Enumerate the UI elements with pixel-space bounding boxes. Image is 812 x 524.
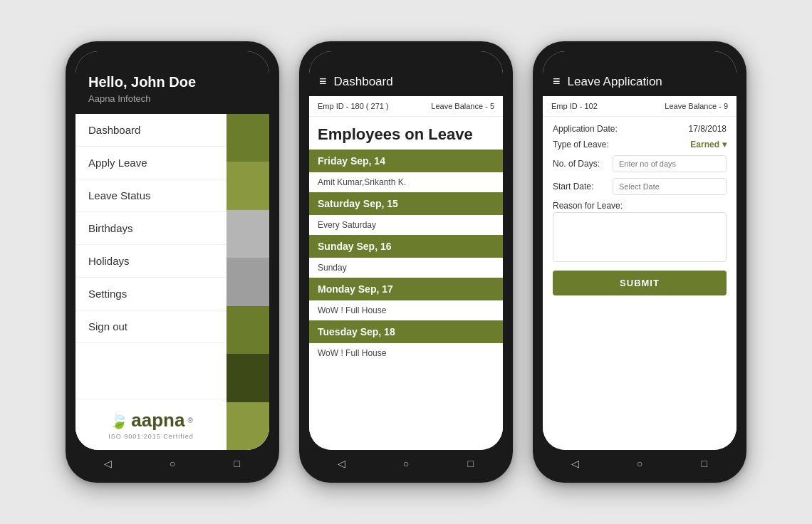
phones-container: Hello, John Doe Aapna Infotech Dashboard… <box>66 41 746 483</box>
leave-section-header-tue: Tuesday Sep, 18 <box>309 320 503 343</box>
phone-notch-2 <box>378 51 434 67</box>
emp-id-2: Emp ID - 180 ( 271 ) <box>318 102 389 110</box>
leave-section-sun: Sunday Sep, 16 Sunday <box>309 235 503 278</box>
type-of-leave-label: Type of Leave: <box>553 140 609 150</box>
leave-section-mon: Monday Sep, 17 WoW ! Full House <box>309 278 503 320</box>
phone2-subheader: Emp ID - 180 ( 271 ) Leave Balance - 5 <box>309 96 503 117</box>
phone-bottom-bar-1: ◁ ○ □ <box>76 450 269 473</box>
phone-bottom-bar-3: ◁ ○ □ <box>543 450 736 473</box>
menu-item-sign-out[interactable]: Sign out <box>76 310 227 343</box>
phone1-footer: 🍃 aapna® ISO 9001:2015 Certified <box>76 399 227 450</box>
leave-section-sat: Saturday Sep, 15 Every Saturday <box>309 192 503 235</box>
phone3-subheader: Emp ID - 102 Leave Balance - 9 <box>543 96 736 117</box>
phone-screen-2: ≡ Dashboard Emp ID - 180 ( 271 ) Leave B… <box>309 51 503 450</box>
start-date-input[interactable] <box>613 178 727 195</box>
reason-textarea[interactable] <box>553 212 727 262</box>
phone-menu: Hello, John Doe Aapna Infotech Dashboard… <box>66 41 279 483</box>
leave-section-body-tue: WoW ! Full House <box>309 343 503 363</box>
leave-application-form: Application Date: 17/8/2018 Type of Leav… <box>543 117 736 450</box>
nav-recent-2[interactable]: □ <box>463 456 479 471</box>
hamburger-icon-2[interactable]: ≡ <box>319 74 327 89</box>
sidebar-block-4 <box>227 258 269 305</box>
menu-item-apply-leave[interactable]: Apply Leave <box>76 147 227 179</box>
phone-bottom-bar-2: ◁ ○ □ <box>309 450 503 473</box>
leave-section-body-mon: WoW ! Full House <box>309 300 503 320</box>
no-of-days-row: No. of Days: <box>553 155 727 172</box>
nav-recent-1[interactable]: □ <box>229 456 245 471</box>
user-greeting: Hello, John Doe <box>88 74 256 90</box>
hamburger-icon-3[interactable]: ≡ <box>553 74 561 89</box>
aapna-iso: ISO 9001:2015 Certified <box>108 433 194 440</box>
menu-item-birthdays[interactable]: Birthdays <box>76 212 227 245</box>
dropdown-arrow-icon: ▾ <box>722 140 727 150</box>
emp-id-3: Emp ID - 102 <box>551 102 598 110</box>
menu-item-holidays[interactable]: Holidays <box>76 245 227 278</box>
phone-dashboard: ≡ Dashboard Emp ID - 180 ( 271 ) Leave B… <box>299 41 513 483</box>
aapna-logo-text: 🍃 aapna® <box>109 409 193 431</box>
phone-screen-3: ≡ Leave Application Emp ID - 102 Leave B… <box>543 51 736 450</box>
leave-section-tue: Tuesday Sep, 18 WoW ! Full House <box>309 320 503 363</box>
phone-screen-1: Hello, John Doe Aapna Infotech Dashboard… <box>76 51 269 450</box>
application-date-label: Application Date: <box>553 124 618 134</box>
sidebar-block-7 <box>227 402 269 450</box>
nav-home-3[interactable]: ○ <box>632 456 647 471</box>
nav-back-2[interactable]: ◁ <box>333 456 349 471</box>
submit-button[interactable]: SUBMIT <box>553 271 727 295</box>
menu-item-settings[interactable]: Settings <box>76 278 227 310</box>
leave-section-header-sat: Saturday Sep, 15 <box>309 192 503 215</box>
leave-section-fri: Friday Sep, 14 Amit Kumar,Srikanth K. <box>309 150 503 192</box>
phone-notch-1 <box>144 51 201 67</box>
leave-section-header-mon: Monday Sep, 17 <box>309 278 503 300</box>
phone-notch-3 <box>611 51 668 67</box>
leave-section-header-sun: Sunday Sep, 16 <box>309 235 503 258</box>
leave-section-header-fri: Friday Sep, 14 <box>309 150 503 172</box>
employees-on-leave-title: Employees on Leave <box>309 117 503 150</box>
leave-application-title: Leave Application <box>568 75 662 89</box>
menu-list: Dashboard Apply Leave Leave Status Birth… <box>76 114 227 450</box>
nav-recent-3[interactable]: □ <box>697 456 712 471</box>
reason-label: Reason for Leave: <box>553 201 727 211</box>
phone-leave-application: ≡ Leave Application Emp ID - 102 Leave B… <box>533 41 746 483</box>
no-of-days-input[interactable] <box>613 155 727 172</box>
company-name: Aapna Infotech <box>88 93 256 104</box>
sidebar-block-3 <box>227 210 269 258</box>
menu-area: Dashboard Apply Leave Leave Status Birth… <box>76 114 269 450</box>
leave-sections: Friday Sep, 14 Amit Kumar,Srikanth K. Sa… <box>309 150 503 450</box>
leave-balance-2: Leave Balance - 5 <box>431 102 494 110</box>
reason-section: Reason for Leave: <box>553 201 727 265</box>
type-of-leave-value: Earned <box>690 140 719 150</box>
dashboard-title: Dashboard <box>334 75 393 89</box>
nav-home-2[interactable]: ○ <box>398 456 414 471</box>
menu-item-dashboard[interactable]: Dashboard <box>76 114 227 147</box>
sidebar-block-6 <box>227 354 269 402</box>
application-date-row: Application Date: 17/8/2018 <box>553 124 727 134</box>
sidebar-block-1 <box>227 114 269 162</box>
nav-back-3[interactable]: ◁ <box>567 456 583 471</box>
nav-back-1[interactable]: ◁ <box>100 456 115 471</box>
nav-home-1[interactable]: ○ <box>165 456 180 471</box>
menu-item-leave-status[interactable]: Leave Status <box>76 179 227 212</box>
type-of-leave-row: Type of Leave: Earned ▾ <box>553 140 727 150</box>
leave-balance-3: Leave Balance - 9 <box>665 102 728 110</box>
sidebar-block-2 <box>227 162 269 209</box>
start-date-row: Start Date: <box>553 178 727 195</box>
no-of-days-label: No. of Days: <box>553 159 600 169</box>
start-date-label: Start Date: <box>553 182 593 192</box>
sidebar-block-5 <box>227 306 269 354</box>
aapna-logo: 🍃 aapna® ISO 9001:2015 Certified <box>108 409 194 440</box>
sidebar-blocks <box>227 114 269 450</box>
leave-section-body-sat: Every Saturday <box>309 215 503 235</box>
application-date-value: 17/8/2018 <box>689 124 727 134</box>
leave-section-body-sun: Sunday <box>309 258 503 278</box>
type-of-leave-dropdown[interactable]: Earned ▾ <box>690 140 727 150</box>
leave-section-body-fri: Amit Kumar,Srikanth K. <box>309 172 503 192</box>
